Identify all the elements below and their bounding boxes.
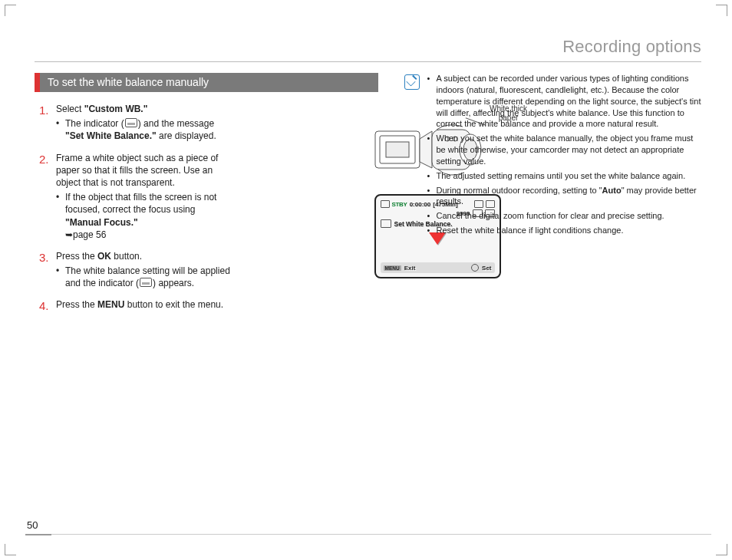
wb-indicator-icon: [140, 278, 152, 287]
step-text: Frame a white object such as a piece of …: [56, 153, 218, 188]
lcd-soft-keys: MENU Exit Set: [381, 262, 495, 273]
step-bold: OK: [97, 251, 111, 262]
page-title: Recording options: [35, 37, 701, 57]
step-text: button.: [111, 251, 142, 262]
accent-bar: [35, 73, 40, 92]
svg-rect-2: [386, 142, 409, 157]
section-heading: To set the white balance manually: [35, 73, 378, 92]
step-sub-item: The white balance setting will be applie…: [56, 265, 231, 289]
sub-text: ) and the message: [138, 118, 214, 129]
step-text: Select: [56, 104, 84, 114]
exit-label: Exit: [404, 265, 416, 272]
sub-text: are displayed.: [157, 130, 216, 141]
sub-bold: "Manual Focus.": [65, 217, 138, 228]
footer-rule: [25, 534, 51, 535]
left-column: To set the white balance manually Select…: [35, 73, 378, 321]
step-1: Select "Custom WB." The indicator () and…: [39, 103, 231, 143]
step-sub-item: The indicator () and the message "Set Wh…: [56, 117, 231, 142]
step-sub-list: The indicator () and the message "Set Wh…: [56, 117, 231, 142]
tip-item: Reset the white balance if light conditi…: [427, 225, 702, 236]
manual-page: Recording options To set the white balan…: [0, 0, 732, 560]
step-text: Press the: [56, 299, 97, 310]
step-text: button to exit the menu.: [124, 299, 223, 310]
tip-bold: Auto: [602, 186, 622, 195]
page-ref: ➥page 56: [65, 229, 106, 240]
crop-mark: [5, 5, 16, 16]
tip-item: During normal outdoor recording, setting…: [427, 185, 702, 208]
page-number: 50: [27, 519, 38, 531]
crop-mark: [716, 544, 727, 555]
sub-text: If the object that fills the screen is n…: [65, 192, 216, 215]
step-sub-list: If the object that fills the screen is n…: [56, 191, 231, 241]
header-rule: [35, 61, 701, 62]
sub-text: The indicator (: [65, 118, 124, 129]
ok-ring-icon: [471, 264, 479, 272]
right-column: A subject can be recorded under various …: [404, 73, 702, 321]
content-columns: To set the white balance manually Select…: [35, 73, 701, 321]
menu-tag: MENU: [384, 265, 401, 271]
wb-icon: [381, 219, 391, 228]
note-block: A subject can be recorded under various …: [404, 73, 702, 239]
note-icon: [404, 74, 420, 90]
tip-item: A subject can be recorded under various …: [427, 73, 702, 130]
step-sub-list: The white balance setting will be applie…: [56, 265, 231, 289]
mode-icon: [381, 200, 390, 208]
tips-list: A subject can be recorded under various …: [427, 73, 702, 239]
step-4: Press the MENU button to exit the menu.: [39, 298, 231, 311]
step-2: Frame a white object such as a piece of …: [39, 152, 231, 241]
tip-item: Cancel the digital zoom function for cle…: [427, 210, 702, 222]
step-text: Press the: [56, 251, 97, 262]
tip-item: The adjusted setting remains until you s…: [427, 170, 702, 182]
set-label: Set: [482, 265, 491, 272]
sub-text: ) appears.: [153, 278, 194, 288]
crop-mark: [716, 5, 727, 16]
tip-item: When you set the white balance manually,…: [427, 133, 702, 167]
step-sub-item: If the object that fills the screen is n…: [56, 191, 231, 241]
section-title: To set the white balance manually: [40, 73, 378, 92]
tip-text: During normal outdoor recording, setting…: [437, 186, 602, 195]
step-bold: "Custom WB.": [84, 104, 148, 114]
crop-mark: [5, 544, 16, 555]
sub-bold: "Set White Balance.": [65, 130, 157, 141]
step-3: Press the OK button. The white balance s…: [39, 250, 231, 290]
step-bold: MENU: [97, 299, 124, 310]
steps-list: Select "Custom WB." The indicator () and…: [35, 103, 231, 311]
wb-indicator-icon: [125, 118, 137, 127]
stby-label: STBY: [392, 201, 407, 208]
